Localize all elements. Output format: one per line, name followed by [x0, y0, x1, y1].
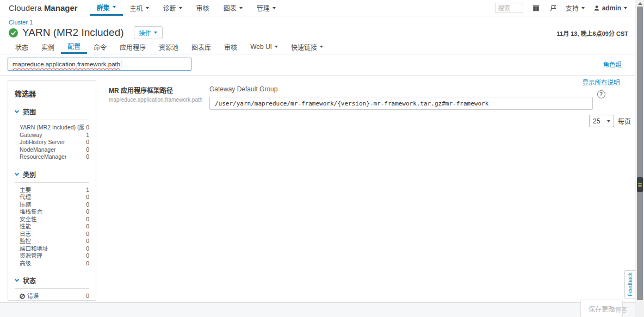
chevron-down-icon	[15, 171, 19, 175]
footer-bar: 保存更改 O博客	[0, 302, 635, 317]
filter-item[interactable]: 压缩0	[15, 201, 89, 209]
scrollbar-thumb[interactable]	[637, 7, 643, 300]
filter-section-scope-header[interactable]: 范围	[15, 107, 89, 120]
page-size-select[interactable]: 25	[589, 115, 614, 127]
filter-item[interactable]: NodeManager0	[15, 146, 89, 154]
timestamp: 11月 13, 晚上6点09分 CST	[557, 29, 628, 38]
service-tabs: 状态 实例 配置 命令 应用程序 资源池 图表库 审核 Web UI 快速链接	[0, 40, 635, 54]
text-cursor	[121, 60, 121, 68]
filter-item[interactable]: 性能0	[15, 223, 89, 231]
chevron-down-icon	[581, 7, 585, 9]
chevron-down-icon	[607, 120, 610, 122]
chevron-down-icon	[239, 7, 243, 9]
feedback-tab[interactable]: Feedback	[624, 270, 635, 299]
navbar-right: 支持 admin	[495, 0, 635, 16]
scroll-up-arrow-icon[interactable]	[638, 2, 642, 5]
filter-item[interactable]: 警告 0	[15, 300, 89, 301]
breadcrumb-cluster-link[interactable]: Cluster 1	[9, 19, 33, 26]
chevron-down-icon	[154, 32, 157, 34]
tab-instances[interactable]: 实例	[35, 40, 61, 54]
service-header: Cluster 1 YARN (MR2 Included) 操作 11月 13,…	[0, 17, 635, 40]
tab-audits[interactable]: 审核	[218, 40, 244, 54]
config-toolbar: mapreduce.application.framework.path 角色组	[0, 54, 635, 76]
nav-item-administration[interactable]: 管理	[250, 0, 283, 16]
filter-item[interactable]: 监控0	[15, 238, 89, 245]
nav-item-clusters[interactable]: 群集	[90, 0, 123, 16]
chevron-down-icon	[624, 7, 627, 9]
user-menu[interactable]: admin	[593, 4, 627, 12]
nav-item-charts[interactable]: 图表	[216, 0, 250, 16]
filter-item[interactable]: 堆栈集合0	[15, 208, 89, 216]
chevron-down-icon	[320, 46, 323, 48]
nav-item-audits[interactable]: 审核	[189, 0, 216, 16]
chevron-down-icon	[15, 109, 19, 113]
brand-bold: Manager	[44, 3, 78, 13]
parcel-icon[interactable]	[532, 4, 540, 12]
config-content: MR 应用程序框架路径 mapreduce.application.framew…	[109, 85, 535, 110]
chevron-down-icon	[113, 6, 116, 8]
filters-title: 筛选器	[15, 88, 89, 98]
property-label: MR 应用程序框架路径	[109, 85, 209, 95]
property-value-input[interactable]	[209, 97, 593, 110]
health-good-icon	[9, 28, 18, 38]
filter-item[interactable]: 安全性0	[15, 216, 89, 223]
chevron-down-icon	[273, 7, 276, 9]
config-search-input[interactable]: mapreduce.application.framework.path	[8, 58, 191, 71]
filter-item[interactable]: YARN (MR2 Included) (服务...0	[15, 124, 89, 132]
role-group-label: Gateway Default Group	[209, 85, 593, 93]
help-icon[interactable]: ?	[597, 90, 605, 98]
actions-button[interactable]: 操作	[134, 26, 163, 39]
filter-item[interactable]: 代理0	[15, 194, 89, 201]
filter-item[interactable]: 资源管理0	[15, 252, 89, 260]
tab-configuration[interactable]: 配置	[61, 40, 87, 54]
filter-item[interactable]: ResourceManager0	[15, 153, 89, 161]
chevron-down-icon	[179, 7, 182, 9]
global-search-input[interactable]	[495, 3, 523, 13]
role-groups-link[interactable]: 角色组	[603, 60, 622, 69]
tab-resource-pools[interactable]: 资源池	[152, 40, 185, 54]
filter-item[interactable]: 主要1	[15, 187, 89, 194]
main-nav: 群集 主机 诊断 审核 图表 管理	[90, 0, 283, 16]
tab-quick-links[interactable]: 快速链接	[284, 40, 330, 54]
filters-panel: 筛选器 范围 YARN (MR2 Included) (服务...0 Gatew…	[8, 80, 96, 301]
user-icon	[593, 5, 600, 11]
right-rail: 显示所有说明 ?	[571, 78, 631, 98]
filter-section-category: 类别 主要1 代理0 压缩0 堆栈集合0 安全性0 性能0 日志0 监控0 端口…	[15, 170, 89, 268]
error-icon	[20, 294, 25, 299]
filter-section-category-header[interactable]: 类别	[15, 170, 89, 183]
chevron-down-icon	[146, 7, 149, 9]
tab-web-ui[interactable]: Web UI	[244, 40, 284, 54]
nav-item-hosts[interactable]: 主机	[123, 0, 156, 16]
cloudera-manager-page: Cloudera Manager 群集 主机 诊断 审核 图表 管理	[0, 0, 644, 317]
filter-section-status-header[interactable]: 状态	[15, 276, 89, 289]
property-key: mapreduce.application.framework.path	[109, 97, 209, 103]
filter-item[interactable]: 错误 0	[15, 293, 89, 300]
filter-section-scope: 范围 YARN (MR2 Included) (服务...0 Gateway1 …	[15, 107, 89, 161]
save-changes-button[interactable]: 保存更改	[580, 300, 623, 317]
running-commands-flag-icon[interactable]	[549, 4, 557, 12]
chevron-down-icon	[15, 277, 19, 282]
brand-regular: Cloudera	[9, 3, 42, 13]
config-property-row: MR 应用程序框架路径 mapreduce.application.framew…	[109, 85, 535, 110]
per-page-label: 每页	[618, 116, 631, 126]
support-menu[interactable]: 支持	[566, 3, 585, 13]
show-all-descriptions-link[interactable]: 显示所有说明	[571, 78, 631, 86]
nav-item-diagnostics[interactable]: 诊断	[156, 0, 189, 16]
tab-applications[interactable]: 应用程序	[113, 40, 152, 54]
page-title: YARN (MR2 Included)	[22, 27, 124, 39]
tab-commands[interactable]: 命令	[87, 40, 113, 54]
filter-item[interactable]: 高级0	[15, 260, 89, 268]
scrollbar-marker	[637, 177, 643, 192]
cloudera-manager-logo[interactable]: Cloudera Manager	[0, 0, 90, 16]
vertical-scrollbar[interactable]	[635, 0, 644, 317]
filter-item[interactable]: JobHistory Server0	[15, 139, 89, 146]
top-navbar: Cloudera Manager 群集 主机 诊断 审核 图表 管理	[0, 0, 635, 16]
tab-chart-library[interactable]: 图表库	[185, 40, 218, 54]
chevron-down-icon	[275, 46, 278, 48]
filter-item[interactable]: Gateway1	[15, 132, 89, 139]
filter-item[interactable]: 端口和地址0	[15, 245, 89, 253]
filter-section-status: 状态 错误 0 警告 0 已编辑0 非默认0 包含覆盖项0	[15, 276, 89, 301]
pagination: 25 每页	[589, 115, 631, 127]
tab-status[interactable]: 状态	[9, 40, 35, 54]
filter-item[interactable]: 日志0	[15, 231, 89, 238]
